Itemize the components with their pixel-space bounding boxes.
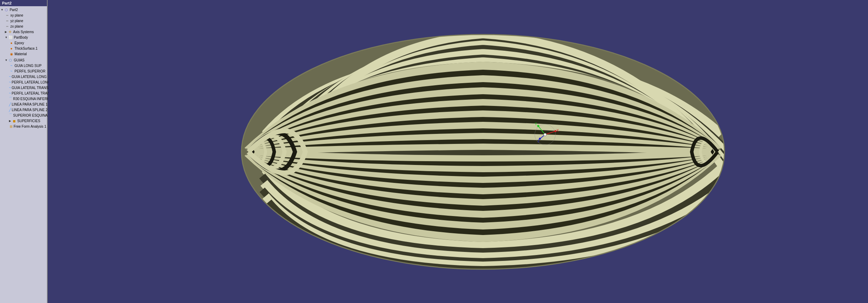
tree-item-superior[interactable]: ⌒ SUPERIOR ESQUINA	[1, 113, 46, 118]
epoxy-label: Epoxy	[14, 41, 24, 45]
xy-plane-label: xy plane	[10, 13, 23, 17]
perfil2-label: PERFIL LATERAL LONG	[12, 80, 50, 84]
tree-item-material[interactable]: ◉ Material	[1, 51, 46, 57]
yz-plane-label: yz plane	[10, 19, 23, 23]
sidebar: Part2 ▼ ⬡ Part2 ━ xy plane ━ yz plane ━ …	[0, 0, 48, 303]
curve-icon: ~	[9, 80, 11, 85]
tree-item-thick[interactable]: ● ThickSurface.1	[1, 46, 46, 51]
tree-item-guia1[interactable]: ~ GUIA LONG SUP	[1, 63, 46, 68]
tree-item-partbody[interactable]: ▼ ⬜ PartBody	[1, 35, 46, 40]
tree-item-axis[interactable]: ▶ ✛ Axis Systems	[1, 29, 46, 35]
expand-icon: ▼	[5, 36, 8, 39]
tree-item-freeform[interactable]: ⊞ Free Form Analysis 1	[1, 124, 46, 129]
tree-item-superficies[interactable]: ▶ ◼ SUPERFICIES	[1, 118, 46, 124]
curve-icon: ⌒	[9, 96, 12, 101]
analysis-icon: ⊞	[9, 124, 13, 129]
plane-icon: ━	[5, 13, 10, 18]
svg-point-11	[544, 133, 546, 136]
tree-item-part2[interactable]: ▼ ⬡ Part2	[1, 7, 46, 12]
axis-icon: ✛	[8, 29, 12, 34]
linea2-label: LINEA PARA SPLINE 2	[12, 108, 48, 112]
tree-item-xy[interactable]: ━ xy plane	[1, 12, 46, 18]
tree-item-guia3[interactable]: ~ GUIA LATERAL TRANS	[1, 85, 46, 90]
perfil3-label: PERFIL LATERAL TRANS	[12, 91, 52, 95]
linea1-label: LINEA PARA SPLINE 1	[12, 102, 48, 106]
curve-icon: ~	[9, 74, 11, 79]
line-icon: ╱	[9, 107, 11, 112]
svg-text:Y: Y	[535, 122, 537, 126]
body-icon: ●	[9, 40, 14, 45]
group-icon: ⬡	[8, 58, 13, 62]
plane-icon: ━	[5, 24, 10, 29]
expand-icon: ▶	[5, 30, 7, 33]
tree-item-guia2[interactable]: ~ GUIA LATERAL LONG	[1, 74, 46, 79]
tree-item-perfil3[interactable]: ~ PERFIL LATERAL TRANS	[1, 90, 46, 96]
guias-label: GUIAS	[14, 58, 24, 62]
curve-icon: ~	[9, 91, 11, 96]
expand-icon: ▼	[5, 59, 8, 62]
svg-point-14	[539, 138, 541, 140]
svg-text:Z: Z	[537, 139, 540, 143]
svg-point-13	[537, 125, 539, 127]
3d-viewport[interactable]: X Y Z	[48, 0, 868, 303]
material-label: Material	[14, 52, 27, 56]
tree-item-guias[interactable]: ▼ ⬡ GUIAS	[1, 57, 46, 63]
r30-label: R30 ESQUINA INFERIOR	[13, 97, 53, 101]
line-icon: ╱	[9, 102, 11, 107]
svg-text:X: X	[556, 129, 559, 133]
surface-svg: X Y Z	[179, 0, 835, 303]
expand-icon: ▼	[1, 8, 3, 11]
curve-icon: ⌒	[9, 113, 12, 118]
guia1-label: GUIA LONG SUP	[14, 64, 41, 68]
thick-label: ThickSurface.1	[14, 47, 38, 50]
axis-label: Axis Systems	[13, 30, 34, 34]
tree-item-yz[interactable]: ━ yz plane	[1, 18, 46, 23]
sidebar-header: Part2	[0, 0, 47, 6]
tree-item-linea2[interactable]: ╱ LINEA PARA SPLINE 2	[1, 107, 46, 113]
tree-item-perfil2[interactable]: ~ PERFIL LATERAL LONG	[1, 79, 46, 85]
curve-icon: ~	[9, 85, 11, 90]
material-icon: ◉	[9, 51, 14, 56]
zx-plane-label: zx plane	[10, 25, 23, 28]
superior-label: SUPERIOR ESQUINA	[13, 114, 48, 117]
part2-label: Part2	[10, 8, 18, 12]
plane-icon: ━	[5, 18, 10, 23]
tree-item-r30[interactable]: ⌒ R30 ESQUINA INFERIOR	[1, 96, 46, 101]
body-icon: ●	[9, 46, 14, 51]
partbody-label: PartBody	[14, 36, 28, 39]
part-icon: ⬡	[4, 7, 9, 12]
tree-item-zx[interactable]: ━ zx plane	[1, 23, 46, 29]
svg-point-12	[554, 130, 556, 132]
guia3-label: GUIA LATERAL TRANS	[12, 86, 49, 90]
freeform-label: Free Form Analysis 1	[14, 125, 46, 128]
perfil1-label: PERFIL SUPERIOR	[14, 69, 46, 73]
superficies-label: SUPERFICIES	[17, 119, 40, 123]
guia2-label: GUIA LATERAL LONG	[12, 75, 47, 79]
tree-item-linea1[interactable]: ╱ LINEA PARA SPLINE 1	[1, 101, 46, 107]
tree-item-perfil1[interactable]: ~ PERFIL SUPERIOR	[1, 68, 46, 74]
partbody-icon: ⬜	[8, 35, 13, 40]
part-name: Part2	[2, 1, 12, 5]
curve-icon: ~	[9, 63, 14, 68]
expand-icon: ▶	[9, 119, 11, 123]
tree-item-epoxy[interactable]: ● Epoxy	[1, 40, 46, 46]
surface-icon: ◼	[12, 118, 17, 123]
curve-icon: ~	[9, 69, 14, 74]
